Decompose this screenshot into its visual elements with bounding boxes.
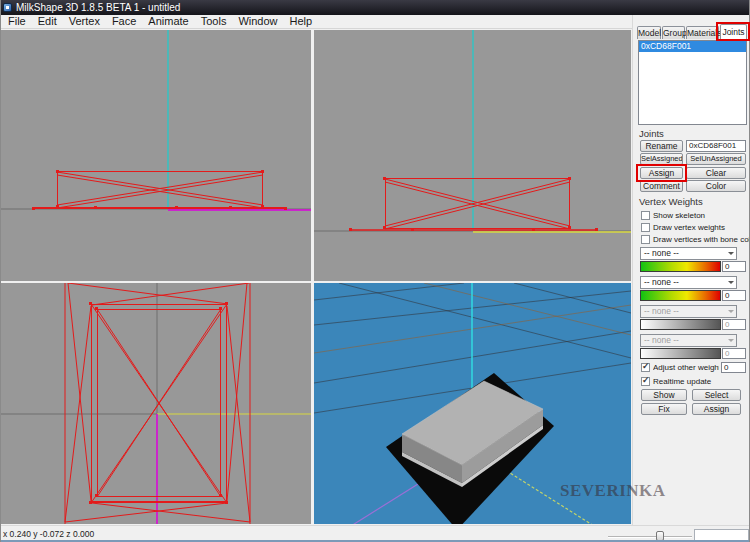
rename-button[interactable]: Rename — [640, 140, 683, 152]
bone-select-3: -- none -- — [640, 305, 737, 318]
joint-name-field[interactable]: 0xCD68F001 — [686, 140, 746, 152]
app-icon — [3, 3, 12, 12]
tab-joints[interactable]: Joints — [720, 24, 747, 40]
comment-button[interactable]: Comment — [640, 180, 683, 192]
status-slider-track[interactable] — [608, 536, 692, 538]
window-frame-left — [0, 0, 1, 542]
weight-value-2[interactable]: 0 — [722, 290, 746, 301]
assign-weights-button[interactable]: Assign — [692, 403, 741, 415]
joints-group-label: Joints — [639, 128, 664, 139]
chevron-down-icon[interactable] — [728, 252, 734, 258]
milkshape-window: MilkShape 3D 1.8.5 BETA 1 - untitled Fil… — [0, 0, 750, 542]
menu-edit[interactable]: Edit — [32, 15, 63, 28]
weight-gradient-2[interactable] — [640, 290, 721, 301]
weight-gradient-1[interactable] — [640, 261, 721, 272]
color-button[interactable]: Color — [686, 180, 746, 192]
show-button[interactable]: Show — [641, 389, 687, 401]
adjust-other-weights-value[interactable]: 0 — [721, 362, 746, 373]
show-skeleton-checkbox[interactable] — [641, 211, 650, 220]
viewport-top-left-canvas — [1, 30, 311, 281]
realtime-update-checkbox[interactable] — [641, 377, 650, 386]
draw-vertex-weights-label: Draw vertex weights — [653, 223, 748, 232]
joint-list-item[interactable]: 0xCD68F001 — [639, 41, 746, 52]
bone-select-2[interactable]: -- none -- — [640, 276, 737, 289]
tab-groups[interactable]: Groups — [662, 26, 685, 39]
clear-button[interactable]: Clear — [686, 167, 746, 179]
weight-gradient-3 — [640, 319, 721, 330]
viewport-top-right[interactable] — [314, 30, 631, 281]
window-title: MilkShape 3D 1.8.5 BETA 1 - untitled — [16, 0, 180, 15]
watermark: SEVERINKA — [560, 481, 666, 501]
realtime-update-label: Realtime update — [653, 377, 743, 386]
sel-unassigned-button[interactable]: SelUnAssigned — [686, 153, 746, 165]
adjust-other-weights-checkbox[interactable] — [641, 363, 650, 372]
cursor-coordinates: x 0.240 y -0.072 z 0.000 — [3, 529, 94, 539]
viewport-top-left[interactable] — [1, 30, 311, 281]
draw-bone-colors-checkbox[interactable] — [641, 235, 650, 244]
tab-model[interactable]: Model — [637, 26, 661, 39]
draw-vertex-weights-checkbox[interactable] — [641, 223, 650, 232]
adjust-other-weights-label: Adjust other weights — [653, 363, 719, 372]
title-bar[interactable]: MilkShape 3D 1.8.5 BETA 1 - untitled — [0, 0, 750, 15]
menu-file[interactable]: File — [2, 15, 32, 28]
weight-value-4: 0 — [722, 348, 746, 359]
select-button[interactable]: Select — [692, 389, 741, 401]
viewport-top-right-canvas — [314, 30, 631, 281]
bone-select-1[interactable]: -- none -- — [640, 247, 737, 260]
chevron-down-icon — [728, 310, 734, 316]
vertex-weights-group-label: Vertex Weights — [639, 196, 703, 207]
menu-help[interactable]: Help — [284, 15, 319, 28]
bone-select-4: -- none -- — [640, 334, 737, 347]
draw-bone-colors-label: Draw vertices with bone colors — [653, 235, 749, 244]
joint-list[interactable]: 0xCD68F001 — [638, 40, 747, 125]
weight-gradient-4 — [640, 348, 721, 359]
viewport-bottom-left-canvas — [1, 283, 311, 524]
menu-face[interactable]: Face — [106, 15, 142, 28]
bone-select-2-value: -- none -- — [644, 277, 679, 287]
bone-select-1-value: -- none -- — [644, 248, 679, 258]
menu-window[interactable]: Window — [232, 15, 283, 28]
tab-materials[interactable]: Materials — [686, 26, 719, 39]
menu-tools[interactable]: Tools — [195, 15, 233, 28]
viewport-bottom-left[interactable] — [1, 283, 311, 524]
show-skeleton-label: Show skeleton — [653, 211, 748, 220]
fix-button[interactable]: Fix — [641, 403, 687, 415]
assign-button[interactable]: Assign — [640, 167, 683, 179]
bone-select-3-value: -- none -- — [644, 306, 679, 316]
weight-value-3: 0 — [722, 319, 746, 330]
sel-assigned-button[interactable]: SelAssigned — [640, 153, 683, 165]
weight-value-1[interactable]: 0 — [722, 261, 746, 272]
chevron-down-icon[interactable] — [728, 281, 734, 287]
bone-select-4-value: -- none -- — [644, 335, 679, 345]
chevron-down-icon — [728, 339, 734, 345]
menu-vertex[interactable]: Vertex — [63, 15, 106, 28]
menu-animate[interactable]: Animate — [142, 15, 194, 28]
